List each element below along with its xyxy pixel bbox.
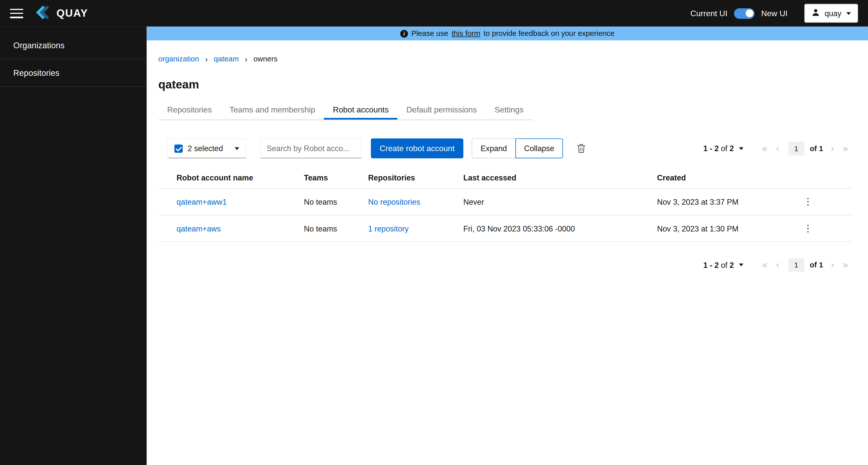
- repositories-link[interactable]: No repositories: [368, 197, 420, 206]
- app-body: Organizations Repositories i Please use …: [0, 27, 868, 465]
- column-header-created: Created: [657, 173, 796, 182]
- created-cell: Nov 3, 2023 at 3:37 PM: [657, 197, 796, 206]
- robot-account-link[interactable]: qateam+aww1: [177, 197, 227, 206]
- last-page-button[interactable]: »: [838, 144, 852, 153]
- breadcrumb: organization › qateam › owners: [158, 55, 852, 63]
- sidebar-item-label: Organizations: [13, 40, 65, 50]
- delete-button[interactable]: [575, 141, 588, 156]
- hamburger-menu-icon[interactable]: [10, 8, 23, 18]
- chevron-right-icon: ›: [205, 55, 208, 63]
- current-ui-label: Current UI: [690, 9, 727, 18]
- app-window: QUAY Current UI New UI quay Organization…: [0, 0, 868, 465]
- repositories-link[interactable]: 1 repository: [368, 224, 408, 233]
- new-ui-label: New UI: [761, 9, 787, 18]
- column-header-repositories: Repositories: [368, 173, 463, 182]
- last-page-button[interactable]: »: [838, 260, 852, 270]
- pagination-range: 1 - 2 of 2: [703, 261, 734, 269]
- teams-cell: No teams: [304, 224, 368, 233]
- robot-accounts-table: Robot account name Teams Repositories La…: [158, 167, 852, 242]
- user-icon: [811, 8, 820, 19]
- teams-cell: No teams: [304, 197, 368, 206]
- page-number-input[interactable]: [788, 142, 804, 155]
- chevron-down-icon: [235, 147, 239, 150]
- create-robot-account-button[interactable]: Create robot account: [371, 139, 464, 158]
- table-header-row: Robot account name Teams Repositories La…: [158, 167, 852, 189]
- banner-text-after: to provide feedback on your experience: [484, 29, 614, 38]
- breadcrumb-organization[interactable]: organization: [158, 55, 199, 63]
- tab-default-permissions[interactable]: Default permissions: [398, 99, 486, 119]
- chevron-right-icon: ›: [245, 55, 247, 63]
- last-accessed-cell: Fri, 03 Nov 2023 05:33:06 -0000: [463, 224, 657, 233]
- feedback-banner: i Please use this form to provide feedba…: [147, 27, 868, 40]
- total-pages-label: of 1: [810, 261, 823, 269]
- masthead: QUAY Current UI New UI quay: [0, 0, 868, 27]
- breadcrumb-qateam[interactable]: qateam: [214, 55, 239, 63]
- previous-page-button[interactable]: ‹: [772, 144, 784, 153]
- ui-version-toggle[interactable]: [734, 8, 754, 19]
- tab-label: Robot accounts: [333, 105, 389, 114]
- tab-label: Default permissions: [406, 105, 477, 114]
- chevron-down-icon: [846, 12, 851, 14]
- column-header-last-accessed: Last accessed: [463, 173, 657, 182]
- expand-collapse-group: Expand Collapse: [472, 139, 563, 158]
- bulk-select-checkbox[interactable]: [174, 144, 183, 153]
- first-page-button[interactable]: «: [757, 260, 772, 270]
- sidebar-item-label: Repositories: [13, 68, 60, 77]
- feedback-form-link[interactable]: this form: [452, 29, 480, 38]
- bulk-select-label: 2 selected: [188, 144, 223, 153]
- tab-settings[interactable]: Settings: [486, 99, 532, 119]
- sidebar-item-organizations[interactable]: Organizations: [0, 32, 147, 59]
- tab-teams-and-membership[interactable]: Teams and membership: [220, 99, 324, 119]
- quay-logo-icon: [34, 5, 53, 22]
- tab-repositories[interactable]: Repositories: [158, 99, 221, 119]
- kebab-menu-icon[interactable]: ⋮: [800, 223, 816, 234]
- trash-icon: [577, 143, 586, 153]
- next-page-button[interactable]: ›: [826, 144, 838, 153]
- main-content: i Please use this form to provide feedba…: [147, 27, 868, 465]
- masthead-right: Current UI New UI quay: [690, 4, 858, 23]
- toolbar: 2 selected Create robot account Expand C…: [167, 139, 852, 158]
- pagination-nav: « ‹ of 1 › »: [757, 142, 852, 155]
- pagination-bottom: 1 - 2 of 2 « ‹ of 1 › »: [703, 258, 852, 272]
- bulk-select-dropdown[interactable]: 2 selected: [167, 139, 246, 158]
- info-icon: i: [400, 30, 408, 37]
- quay-brand[interactable]: QUAY: [34, 5, 88, 22]
- toggle-knob: [745, 9, 753, 17]
- pagination-top: 1 - 2 of 2 « ‹ of 1 › »: [703, 142, 852, 155]
- chevron-down-icon[interactable]: [739, 264, 743, 266]
- user-menu-dropdown[interactable]: quay: [804, 4, 858, 23]
- sidebar: Organizations Repositories: [0, 27, 147, 465]
- column-header-name: Robot account name: [177, 173, 304, 182]
- expand-button[interactable]: Expand: [472, 139, 516, 158]
- collapse-button[interactable]: Collapse: [515, 139, 563, 158]
- tab-label: Repositories: [167, 105, 212, 114]
- tabs: Repositories Teams and membership Robot …: [158, 99, 532, 120]
- page-title: qateam: [158, 78, 852, 91]
- last-accessed-cell: Never: [463, 197, 657, 206]
- pagination-range: 1 - 2 of 2: [703, 144, 734, 153]
- tab-label: Teams and membership: [229, 105, 315, 114]
- table-row: qateam+aws No teams 1 repository Fri, 03…: [158, 215, 852, 242]
- breadcrumb-current: owners: [253, 55, 277, 63]
- tab-label: Settings: [495, 105, 524, 114]
- sidebar-item-repositories[interactable]: Repositories: [0, 59, 147, 87]
- banner-text-before: Please use: [411, 29, 448, 38]
- pagination-nav: « ‹ of 1 › »: [757, 258, 852, 272]
- table-row: qateam+aww1 No teams No repositories Nev…: [158, 189, 852, 215]
- tab-robot-accounts[interactable]: Robot accounts: [324, 99, 398, 119]
- brand-name: QUAY: [57, 7, 88, 19]
- first-page-button[interactable]: «: [757, 144, 772, 153]
- robot-account-link[interactable]: qateam+aws: [177, 224, 221, 233]
- page-number-input[interactable]: [788, 258, 804, 272]
- user-name: quay: [825, 9, 841, 18]
- column-header-teams: Teams: [304, 173, 368, 182]
- created-cell: Nov 3, 2023 at 1:30 PM: [657, 224, 796, 233]
- kebab-menu-icon[interactable]: ⋮: [800, 196, 816, 207]
- robot-search-input[interactable]: [260, 139, 362, 158]
- next-page-button[interactable]: ›: [826, 260, 838, 270]
- previous-page-button[interactable]: ‹: [772, 260, 784, 270]
- total-pages-label: of 1: [810, 144, 823, 153]
- chevron-down-icon[interactable]: [739, 147, 743, 150]
